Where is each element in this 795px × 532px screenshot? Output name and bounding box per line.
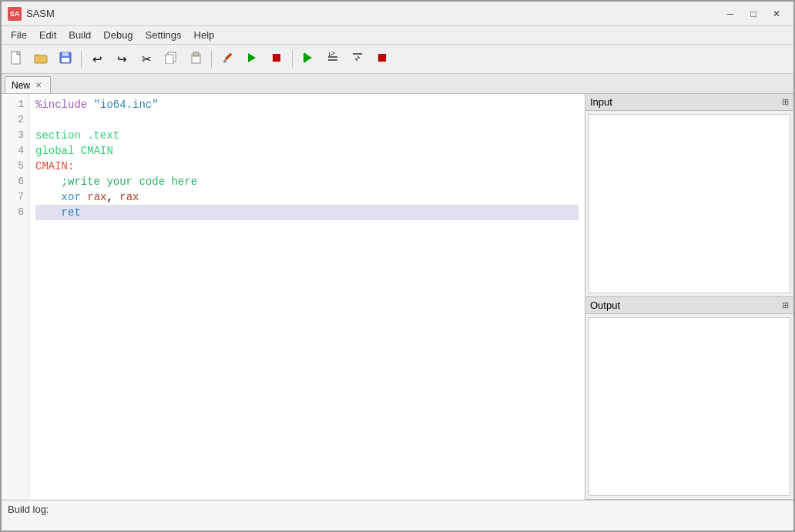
- build-icon: [221, 52, 233, 66]
- menu-help[interactable]: Help: [188, 28, 221, 42]
- step-in-icon: [351, 52, 364, 66]
- code-line-1: %include "io64.inc": [35, 97, 579, 112]
- code-line-3: section .text: [35, 128, 579, 143]
- menu-build[interactable]: Build: [62, 28, 97, 42]
- maximize-button[interactable]: □: [743, 6, 764, 22]
- build-log-label: Build log:: [8, 504, 49, 515]
- code-line-7: xor rax, rax: [35, 189, 579, 205]
- copy-button[interactable]: [159, 49, 183, 70]
- save-button[interactable]: [54, 49, 77, 70]
- code-editor[interactable]: 1 2 3 4 5 6 7 8 %include "io64.inc" sect…: [2, 94, 585, 500]
- step-in-button[interactable]: [346, 49, 369, 70]
- svg-rect-16: [328, 56, 337, 58]
- app-icon: SA: [8, 7, 22, 21]
- undo-button[interactable]: ↩: [86, 49, 109, 70]
- menu-debug[interactable]: Debug: [97, 28, 139, 42]
- svg-rect-3: [35, 55, 47, 63]
- line-num-1: 1: [2, 97, 29, 112]
- new-icon: [9, 51, 23, 68]
- code-line-5: CMAIN:: [35, 159, 579, 174]
- label-cmain: CMAIN:: [35, 160, 74, 172]
- instr-ret: ret: [62, 206, 81, 219]
- copy-icon: [165, 52, 177, 66]
- svg-rect-10: [193, 52, 199, 56]
- input-panel-title: Input: [590, 96, 612, 108]
- separator-3: [292, 51, 293, 68]
- undo-icon: ↩: [92, 52, 102, 66]
- tab-new[interactable]: New ✕: [5, 76, 51, 93]
- open-button[interactable]: [29, 49, 52, 70]
- line-num-3: 3: [2, 128, 29, 143]
- keyword-section: section: [35, 129, 81, 142]
- output-panel-body[interactable]: [589, 317, 790, 497]
- line-num-7: 7: [2, 189, 29, 205]
- window-controls: ─ □ ✕: [720, 6, 787, 22]
- run-button[interactable]: [240, 49, 263, 70]
- paste-button[interactable]: [184, 49, 207, 70]
- menu-edit[interactable]: Edit: [33, 28, 62, 42]
- debug-stop-button[interactable]: [371, 49, 394, 70]
- input-panel: Input ⊞: [585, 94, 793, 297]
- output-expand-button[interactable]: ⊞: [782, 300, 789, 310]
- debug-start-button[interactable]: [297, 49, 320, 70]
- line-num-5: 5: [2, 159, 29, 174]
- stop-button[interactable]: [265, 49, 288, 70]
- build-log: Build log:: [2, 500, 793, 532]
- tab-close-button[interactable]: ✕: [33, 80, 44, 91]
- separator-1: [81, 51, 82, 68]
- comment-write: ;write your code here: [35, 176, 197, 188]
- menu-file[interactable]: File: [5, 28, 33, 42]
- debug-stop-icon: [376, 52, 388, 66]
- output-panel-header: Output ⊞: [585, 297, 793, 314]
- stop-icon: [270, 52, 283, 66]
- code-line-2: [35, 112, 579, 128]
- save-icon: [59, 51, 72, 68]
- keyword-include: %include: [35, 99, 87, 111]
- code-line-8: ret: [35, 205, 579, 220]
- app-title: SASM: [26, 8, 55, 19]
- debug-start-icon: [302, 52, 314, 66]
- label-cmain-global: CMAIN: [81, 145, 113, 157]
- keyword-global: global: [35, 145, 74, 157]
- redo-button[interactable]: ↪: [110, 49, 133, 70]
- input-expand-button[interactable]: ⊞: [782, 97, 789, 107]
- svg-rect-5: [62, 52, 69, 56]
- svg-rect-13: [273, 54, 280, 62]
- line-num-4: 4: [2, 143, 29, 159]
- title-bar-left: SA SASM: [8, 7, 55, 21]
- title-bar: SA SASM ─ □ ✕: [2, 2, 793, 26]
- cut-button[interactable]: ✂: [135, 49, 158, 70]
- separator-2: [211, 51, 212, 68]
- svg-marker-12: [248, 53, 256, 62]
- build-button[interactable]: [216, 49, 239, 70]
- minimize-button[interactable]: ─: [720, 6, 741, 22]
- open-icon: [34, 51, 48, 68]
- line-num-2: 2: [2, 112, 29, 128]
- menu-settings[interactable]: Settings: [139, 28, 188, 42]
- svg-rect-15: [304, 53, 306, 62]
- input-panel-header: Input ⊞: [585, 94, 793, 111]
- svg-rect-17: [328, 59, 337, 61]
- code-line-6: ;write your code here: [35, 174, 579, 189]
- svg-rect-6: [62, 58, 69, 62]
- tab-bar: New ✕: [2, 74, 793, 94]
- new-button[interactable]: [5, 49, 28, 70]
- step-over-button[interactable]: [321, 49, 344, 70]
- code-content[interactable]: %include "io64.inc" section .text global…: [29, 94, 585, 500]
- paste-icon: [190, 52, 202, 66]
- close-button[interactable]: ✕: [766, 6, 787, 22]
- right-panels: Input ⊞ Output ⊞: [585, 94, 793, 500]
- redo-icon: ↪: [117, 52, 127, 66]
- cut-icon: ✂: [142, 52, 152, 66]
- reg-rax2: rax: [119, 191, 139, 203]
- tab-label: New: [12, 80, 30, 91]
- run-icon: [246, 52, 258, 66]
- line-numbers: 1 2 3 4 5 6 7 8: [2, 94, 29, 500]
- svg-rect-19: [353, 53, 362, 55]
- instr-xor: xor: [62, 191, 81, 203]
- input-panel-body[interactable]: [589, 114, 790, 293]
- svg-rect-21: [378, 54, 386, 62]
- keyword-text: .text: [87, 129, 119, 142]
- reg-rax1: rax: [87, 191, 106, 203]
- svg-marker-18: [330, 52, 335, 56]
